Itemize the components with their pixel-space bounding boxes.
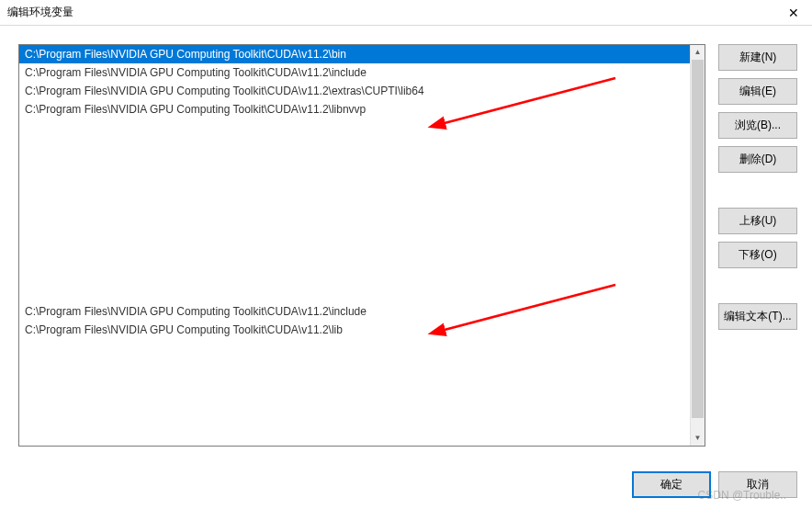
content-area: C:\Program Files\NVIDIA GPU Computing To… [0,26,812,467]
list-item[interactable] [19,119,705,137]
scrollbar[interactable]: ▲ ▼ [690,45,705,446]
move-up-button[interactable]: 上移(U) [718,208,797,234]
scroll-thumb[interactable] [692,60,704,418]
edit-text-button[interactable]: 编辑文本(T)... [718,303,797,330]
scroll-down-icon[interactable]: ▼ [691,431,705,446]
edit-button[interactable]: 编辑(E) [718,78,797,105]
new-button[interactable]: 新建(N) [718,44,797,71]
browse-button[interactable]: 浏览(B)... [718,112,797,139]
list-item[interactable] [19,229,705,247]
window-title: 编辑环境变量 [7,5,73,20]
list-item[interactable]: C:\Program Files\NVIDIA GPU Computing To… [19,82,705,100]
list-item[interactable]: C:\Program Files\NVIDIA GPU Computing To… [19,302,705,321]
titlebar: 编辑环境变量 ✕ [0,0,812,26]
list-item[interactable] [19,266,705,284]
list-item[interactable] [19,394,705,413]
list-item[interactable] [19,413,705,431]
list-item[interactable] [19,247,705,266]
list-item[interactable]: C:\Program Files\NVIDIA GPU Computing To… [19,100,705,119]
list-item[interactable]: C:\Program Files\NVIDIA GPU Computing To… [19,321,705,339]
list-item[interactable] [19,376,705,394]
move-down-button[interactable]: 下移(O) [718,242,797,268]
list-item[interactable] [19,284,705,302]
list-item[interactable] [19,137,705,155]
watermark: CSDN @Trouble.. [698,489,786,502]
list-item[interactable]: C:\Program Files\NVIDIA GPU Computing To… [19,63,705,82]
list-item[interactable] [19,357,705,376]
scroll-up-icon[interactable]: ▲ [691,45,705,60]
path-list[interactable]: C:\Program Files\NVIDIA GPU Computing To… [18,44,705,447]
list-item[interactable]: C:\Program Files\NVIDIA GPU Computing To… [19,45,705,63]
list-item[interactable] [19,174,705,192]
list-item[interactable] [19,339,705,357]
list-item[interactable] [19,155,705,174]
list-item[interactable] [19,210,705,229]
close-icon[interactable]: ✕ [783,6,805,20]
list-item[interactable] [19,192,705,210]
delete-button[interactable]: 删除(D) [718,146,797,173]
side-buttons: 新建(N) 编辑(E) 浏览(B)... 删除(D) 上移(U) 下移(O) 编… [718,44,797,459]
